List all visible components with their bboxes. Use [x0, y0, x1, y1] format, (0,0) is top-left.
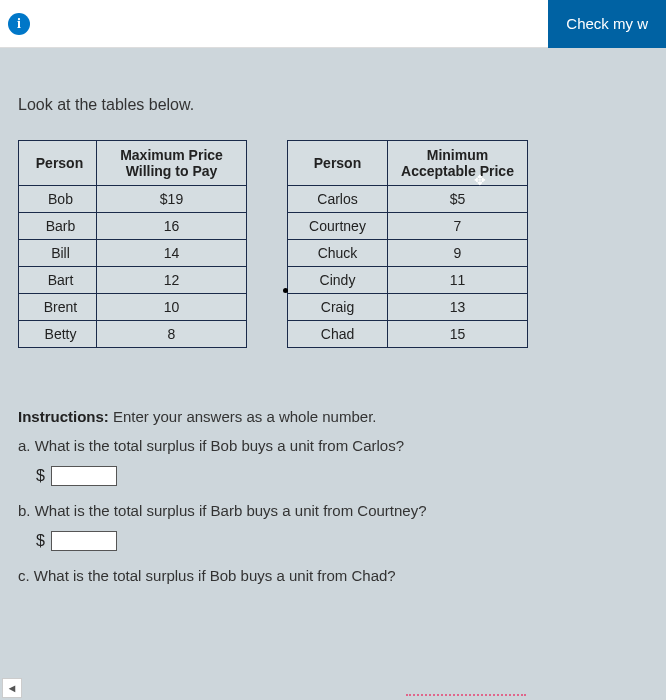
dotted-underline — [406, 694, 526, 696]
table-row: Barb16 — [19, 213, 247, 240]
table-row: Bob$19 — [19, 186, 247, 213]
dollar-sign: $ — [36, 467, 45, 485]
top-toolbar: i Check my w — [0, 0, 666, 48]
table-row: Betty8 — [19, 321, 247, 348]
table-row: Craig13 — [288, 294, 528, 321]
question-b: b. What is the total surplus if Barb buy… — [18, 502, 648, 519]
content-area: Look at the tables below. Person Maximum… — [0, 48, 666, 584]
table1-head-price: Maximum Price Willing to Pay — [97, 141, 247, 186]
table2-head-price: Minimum Acceptable Price — [388, 141, 528, 186]
table-row: Cindy11 — [288, 267, 528, 294]
intro-text: Look at the tables below. — [18, 96, 648, 114]
instructions-text: Enter your answers as a whole number. — [109, 408, 377, 425]
table-row: Chad15 — [288, 321, 528, 348]
supply-table: Person Minimum Acceptable Price Carlos$5… — [287, 140, 528, 348]
table2-head-person: Person — [288, 141, 388, 186]
question-c: c. What is the total surplus if Bob buys… — [18, 567, 648, 584]
answer-row-a: $ — [36, 466, 648, 486]
table1-head-person: Person — [19, 141, 97, 186]
table-row: Courtney7 — [288, 213, 528, 240]
table-row: Brent10 — [19, 294, 247, 321]
instructions-line: Instructions: Enter your answers as a wh… — [18, 408, 648, 425]
table-row: Bill14 — [19, 240, 247, 267]
answer-input-a[interactable] — [51, 466, 117, 486]
prev-arrow-button[interactable]: ◄ — [2, 678, 22, 698]
question-a: a. What is the total surplus if Bob buys… — [18, 437, 648, 454]
answer-input-b[interactable] — [51, 531, 117, 551]
info-icon[interactable]: i — [8, 13, 30, 35]
instructions-label: Instructions: — [18, 408, 109, 425]
pointer-dot-icon — [283, 288, 288, 293]
demand-table: Person Maximum Price Willing to Pay Bob$… — [18, 140, 247, 348]
table-row: Chuck9 — [288, 240, 528, 267]
tables-container: Person Maximum Price Willing to Pay Bob$… — [18, 140, 648, 348]
dollar-sign: $ — [36, 532, 45, 550]
table-row: Bart12 — [19, 267, 247, 294]
answer-row-b: $ — [36, 531, 648, 551]
check-my-work-button[interactable]: Check my w — [548, 0, 666, 48]
table-row: Carlos$5 — [288, 186, 528, 213]
cursor-icon: ✥ — [474, 172, 486, 188]
